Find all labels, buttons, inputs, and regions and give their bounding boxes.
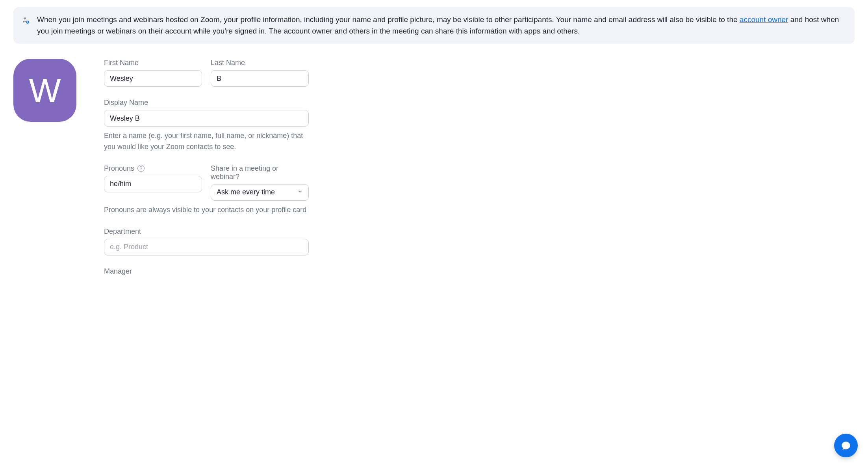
chevron-down-icon — [297, 188, 303, 196]
pronouns-input[interactable] — [104, 176, 202, 192]
first-name-label: First Name — [104, 59, 202, 67]
help-icon[interactable]: ? — [137, 165, 145, 172]
display-name-helper: Enter a name (e.g. your first name, full… — [104, 130, 309, 153]
pronouns-share-label: Share in a meeting or webinar? — [211, 164, 309, 181]
pronouns-helper: Pronouns are always visible to your cont… — [104, 205, 309, 216]
pronouns-label: Pronouns ? — [104, 164, 202, 173]
last-name-label: Last Name — [211, 59, 309, 67]
notice-text: When you join meetings and webinars host… — [37, 14, 844, 37]
svg-point-2 — [27, 22, 28, 22]
avatar-initial: W — [29, 71, 61, 110]
avatar[interactable]: W — [13, 59, 76, 122]
person-gear-icon — [22, 17, 30, 24]
account-owner-link[interactable]: account owner — [740, 15, 788, 24]
pronouns-share-value: Ask me every time — [217, 188, 275, 196]
manager-label: Manager — [104, 267, 309, 276]
profile-privacy-notice: When you join meetings and webinars host… — [13, 7, 855, 44]
last-name-input[interactable] — [211, 70, 309, 87]
pronouns-share-select[interactable]: Ask me every time — [211, 184, 309, 201]
profile-form: First Name Last Name Display Name Enter … — [104, 59, 309, 279]
display-name-input[interactable] — [104, 110, 309, 127]
display-name-label: Display Name — [104, 99, 309, 107]
svg-point-0 — [24, 18, 26, 19]
first-name-input[interactable] — [104, 70, 202, 87]
department-input[interactable] — [104, 239, 309, 255]
department-label: Department — [104, 227, 309, 236]
